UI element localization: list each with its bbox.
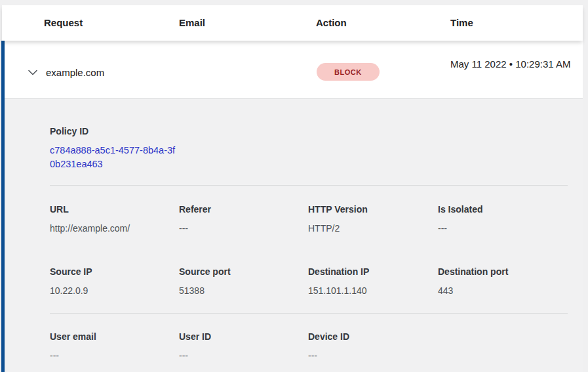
field-url: URL http://example.com/	[50, 203, 176, 235]
column-header-time: Time	[450, 5, 473, 41]
section-divider	[50, 313, 568, 314]
field-label: URL	[50, 203, 176, 216]
field-value: ---	[438, 222, 564, 235]
field-label: Is Isolated	[438, 203, 564, 216]
time-cell: May 11 2022 • 10:29:31 AM	[450, 56, 576, 72]
field-label: Policy ID	[50, 125, 181, 138]
field-label: Source IP	[50, 265, 176, 278]
action-badge: BLOCK	[317, 63, 380, 81]
field-is-isolated: Is Isolated ---	[438, 203, 564, 235]
log-details-panel: Policy ID c784a888-a5c1-4577-8b4a-3f0b23…	[5, 99, 583, 372]
field-http-version: HTTP Version HTTP/2	[308, 203, 434, 235]
field-value: ---	[308, 349, 434, 362]
field-destination-port: Destination port 443	[438, 265, 564, 297]
field-value: ---	[179, 349, 305, 362]
field-value: 51388	[179, 284, 305, 297]
section-divider	[50, 185, 568, 186]
expanded-row-accent-border	[1, 41, 5, 372]
gateway-log-screen: Request Email Action Time example.com BL…	[0, 0, 588, 372]
field-user-email: User email ---	[50, 330, 176, 362]
field-label: HTTP Version	[308, 203, 434, 216]
field-policy-id: Policy ID c784a888-a5c1-4577-8b4a-3f0b23…	[50, 125, 181, 171]
field-value: ---	[50, 349, 176, 362]
field-device-id: Device ID ---	[308, 330, 434, 362]
field-source-ip: Source IP 10.22.0.9	[50, 265, 176, 297]
field-label: Referer	[179, 203, 305, 216]
field-value: ---	[179, 222, 305, 235]
field-label: User ID	[179, 330, 305, 343]
collapse-row-button[interactable]	[26, 66, 40, 80]
chevron-down-icon	[28, 69, 38, 77]
field-value: HTTP/2	[308, 222, 434, 235]
field-label: Device ID	[308, 330, 434, 343]
field-destination-ip: Destination IP 151.101.1.140	[308, 265, 434, 297]
field-label: User email	[50, 330, 176, 343]
policy-id-link[interactable]: c784a888-a5c1-4577-8b4a-3f0b231ea463	[50, 144, 178, 171]
field-label: Source port	[179, 265, 305, 278]
log-table-row[interactable]: example.com BLOCK May 11 2022 • 10:29:31…	[5, 41, 583, 99]
field-source-port: Source port 51388	[179, 265, 305, 297]
field-referer: Referer ---	[179, 203, 305, 235]
request-cell: example.com	[46, 66, 104, 80]
field-user-id: User ID ---	[179, 330, 305, 362]
field-value: 151.101.1.140	[308, 284, 434, 297]
column-header-action: Action	[316, 5, 347, 41]
field-label: Destination port	[438, 265, 564, 278]
column-header-email: Email	[179, 5, 205, 41]
field-value: http://example.com/	[50, 222, 176, 235]
column-header-request: Request	[44, 5, 83, 41]
field-value: 443	[438, 284, 564, 297]
table-header: Request Email Action Time	[2, 5, 583, 41]
field-value: 10.22.0.9	[50, 284, 176, 297]
field-label: Destination IP	[308, 265, 434, 278]
